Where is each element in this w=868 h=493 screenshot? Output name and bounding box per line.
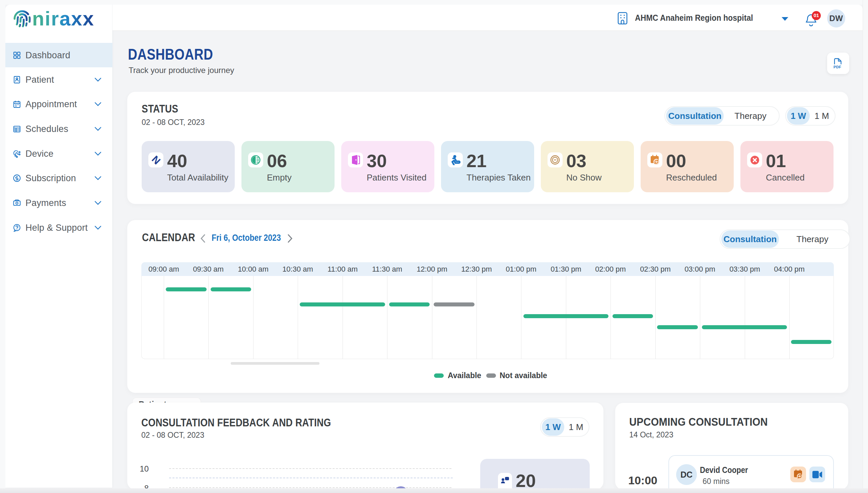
svg-text:N: N: [151, 155, 161, 166]
svg-text:PDF: PDF: [833, 65, 841, 69]
